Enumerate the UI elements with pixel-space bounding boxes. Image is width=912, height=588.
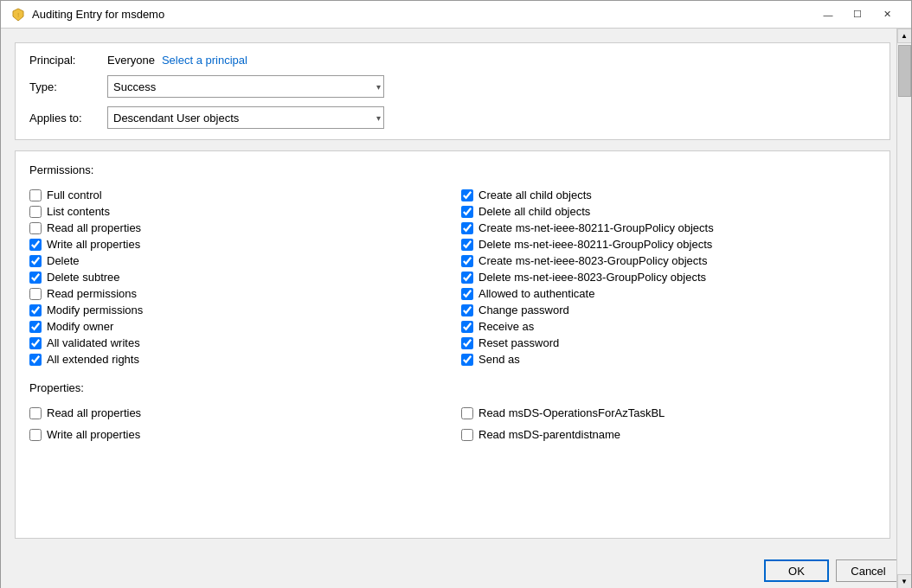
perm-delete-subtree-label: Delete subtree (47, 271, 120, 284)
prop-read-all-label: Read all properties (47, 406, 141, 419)
perm-delete-8023-checkbox[interactable] (461, 272, 473, 284)
ok-button[interactable]: OK (764, 559, 829, 582)
perm-reset-password-checkbox[interactable] (461, 337, 473, 349)
perm-read-all-props: Read all properties (29, 220, 444, 236)
maximize-button[interactable]: ☐ (844, 6, 871, 23)
type-dropdown-wrapper: Success Fail All ▾ (107, 75, 384, 98)
perm-read-all-props-checkbox[interactable] (29, 222, 42, 234)
perm-change-password: Change password (461, 302, 876, 318)
minimize-button[interactable]: — (814, 6, 842, 23)
perm-modify-perms-label: Modify permissions (47, 304, 143, 316)
permissions-right-col: Create all child objects Delete all chil… (461, 187, 876, 368)
permissions-grid: Full control List contents Read all prop… (29, 187, 876, 368)
perm-delete-child: Delete all child objects (461, 203, 876, 220)
perm-delete-checkbox[interactable] (29, 255, 42, 267)
perm-delete-subtree-checkbox[interactable] (29, 272, 42, 284)
perm-reset-password: Reset password (461, 335, 876, 351)
perm-full-control-label: Full control (47, 189, 102, 201)
main-window: ! Auditing Entry for msdemo — ☐ ✕ Princi… (0, 0, 912, 588)
select-principal-link[interactable]: Select a principal (162, 54, 247, 67)
perm-receive-as: Receive as (461, 318, 876, 335)
perm-modify-perms-checkbox[interactable] (29, 304, 42, 316)
applies-dropdown-wrapper: Descendant User objects This object only… (107, 106, 384, 129)
perm-delete-label: Delete (47, 254, 80, 267)
properties-title: Properties: (29, 381, 876, 394)
perm-list-contents-checkbox[interactable] (29, 206, 42, 218)
perm-delete-80211: Delete ms-net-ieee-80211-GroupPolicy obj… (461, 236, 876, 252)
prop-read-msds-parent-checkbox[interactable] (461, 429, 473, 441)
perm-delete-subtree: Delete subtree (29, 269, 444, 285)
perm-delete-8023: Delete ms-net-ieee-8023-GroupPolicy obje… (461, 269, 876, 285)
perm-delete: Delete (29, 252, 444, 269)
scrollbar[interactable]: ▲ ▼ (896, 29, 911, 588)
principal-label: Principal: (29, 54, 107, 67)
prop-read-msds-ops-checkbox[interactable] (461, 407, 473, 419)
principal-value: Everyone (107, 54, 155, 67)
prop-read-msds-ops-label: Read msDS-OperationsForAzTaskBL (478, 406, 665, 419)
perm-modify-perms: Modify permissions (29, 302, 444, 318)
perm-change-password-checkbox[interactable] (461, 304, 473, 316)
perm-all-extended-rights-checkbox[interactable] (29, 354, 42, 366)
perm-read-perms-checkbox[interactable] (29, 288, 42, 300)
perm-receive-as-label: Receive as (478, 320, 534, 333)
perm-receive-as-checkbox[interactable] (461, 321, 473, 333)
perm-list-contents: List contents (29, 203, 444, 220)
perm-reset-password-label: Reset password (478, 336, 559, 349)
perm-create-8023: Create ms-net-ieee-8023-GroupPolicy obje… (461, 252, 876, 269)
perm-modify-owner: Modify owner (29, 318, 444, 335)
top-section: Principal: Everyone Select a principal T… (15, 42, 890, 140)
perm-modify-owner-checkbox[interactable] (29, 321, 42, 333)
prop-write-all-checkbox[interactable] (29, 429, 42, 441)
properties-left-col: Read all properties Write all properties (29, 405, 444, 443)
close-button[interactable]: ✕ (873, 6, 901, 23)
main-content: Principal: Everyone Select a principal T… (1, 29, 911, 553)
properties-grid: Read all properties Write all properties… (29, 405, 876, 443)
scroll-thumb[interactable] (898, 45, 911, 97)
applies-row: Applies to: Descendant User objects This… (29, 106, 876, 129)
perm-modify-owner-label: Modify owner (47, 320, 113, 333)
perm-read-perms-label: Read permissions (47, 287, 137, 300)
perm-create-child-checkbox[interactable] (461, 189, 473, 201)
perm-delete-8023-label: Delete ms-net-ieee-8023-GroupPolicy obje… (478, 271, 706, 284)
perm-create-80211: Create ms-net-ieee-80211-GroupPolicy obj… (461, 220, 876, 236)
prop-read-msds-parent: Read msDS-parentdistname (461, 426, 876, 443)
perm-list-contents-label: List contents (47, 205, 110, 218)
perm-create-8023-checkbox[interactable] (461, 255, 473, 267)
title-bar: ! Auditing Entry for msdemo — ☐ ✕ (1, 1, 911, 29)
perm-delete-80211-checkbox[interactable] (461, 239, 473, 251)
svg-text:!: ! (17, 11, 19, 19)
type-dropdown[interactable]: Success Fail All (107, 75, 384, 98)
perm-full-control: Full control (29, 187, 444, 203)
perm-delete-child-label: Delete all child objects (478, 205, 590, 218)
perm-send-as-label: Send as (478, 353, 520, 366)
perm-full-control-checkbox[interactable] (29, 189, 42, 201)
perm-all-validated-writes-label: All validated writes (47, 336, 140, 349)
applies-dropdown[interactable]: Descendant User objects This object only… (107, 106, 384, 129)
window-icon: ! (11, 8, 25, 22)
perm-read-perms: Read permissions (29, 285, 444, 302)
applies-label: Applies to: (29, 112, 107, 125)
scroll-down-arrow[interactable]: ▼ (897, 574, 912, 588)
perm-change-password-label: Change password (478, 304, 569, 316)
principal-row: Principal: Everyone Select a principal (29, 54, 876, 67)
title-controls: — ☐ ✕ (814, 6, 901, 23)
scroll-up-arrow[interactable]: ▲ (897, 29, 912, 43)
perm-all-validated-writes-checkbox[interactable] (29, 337, 42, 349)
perm-delete-child-checkbox[interactable] (461, 206, 473, 218)
prop-read-all-checkbox[interactable] (29, 407, 42, 419)
prop-write-all: Write all properties (29, 426, 444, 443)
window-title: Auditing Entry for msdemo (32, 8, 164, 21)
perm-delete-80211-label: Delete ms-net-ieee-80211-GroupPolicy obj… (478, 238, 712, 251)
prop-read-msds-ops: Read msDS-OperationsForAzTaskBL (461, 405, 876, 421)
perm-create-80211-checkbox[interactable] (461, 222, 473, 234)
perm-create-child-label: Create all child objects (478, 189, 592, 201)
perm-send-as-checkbox[interactable] (461, 354, 473, 366)
perm-all-extended-rights-label: All extended rights (47, 353, 139, 366)
type-label: Type: (29, 80, 107, 93)
cancel-button[interactable]: Cancel (836, 559, 901, 582)
perm-allowed-authenticate-label: Allowed to authenticate (478, 287, 594, 300)
perm-write-all-props-checkbox[interactable] (29, 239, 42, 251)
perm-allowed-authenticate-checkbox[interactable] (461, 288, 473, 300)
permissions-left-col: Full control List contents Read all prop… (29, 187, 444, 368)
perm-write-all-props: Write all properties (29, 236, 444, 252)
